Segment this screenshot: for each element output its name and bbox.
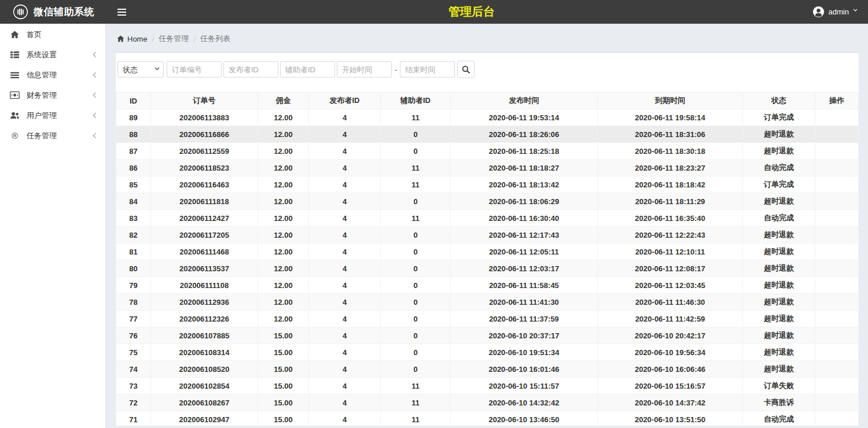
table-cell: 2020-06-11 19:53:14 (451, 109, 598, 126)
table-row: 8420200611181812.00402020-06-11 18:06:29… (116, 193, 859, 210)
table-cell: 订单完成 (743, 109, 815, 126)
table-cell: 4 (309, 294, 381, 311)
table-cell: 12.00 (258, 210, 309, 227)
user-menu[interactable]: admin (812, 0, 858, 24)
chevron-left-icon (93, 92, 97, 98)
table-cell: 2020-06-11 18:11:29 (598, 193, 743, 210)
table-cell: 2020-06-11 12:10:11 (598, 243, 743, 260)
table-cell: 超时退款 (743, 126, 815, 143)
table-cell: 4 (309, 378, 381, 394)
breadcrumb-item[interactable]: Home (117, 35, 148, 43)
table-cell: 4 (309, 143, 381, 160)
page-title: 管理后台 (448, 4, 495, 20)
table-cell: 2020-06-10 14:37:42 (598, 394, 743, 411)
table-cell: 2020-06-10 20:42:17 (598, 327, 743, 344)
table-cell: 4 (309, 277, 381, 294)
sidebar-item-finance[interactable]: 财务管理 (0, 85, 105, 105)
content-area: Home/任务管理/任务列表 状态 - (106, 24, 868, 428)
sidebar-nav: 首页 系统设置 信息管理 财务管理 用户管理 ® 任务管理 (0, 24, 105, 146)
table-cell: 15.00 (258, 378, 309, 394)
table-cell: 2020-06-10 14:32:42 (451, 394, 598, 411)
table-cell: 12.00 (258, 143, 309, 160)
user-circle-icon (812, 6, 825, 18)
table-cell: 2020-06-11 12:17:43 (451, 227, 598, 243)
table-cell: 78 (116, 294, 151, 311)
status-select[interactable]: 状态 (117, 61, 164, 78)
table-cell: 自动完成 (743, 411, 815, 426)
sidebar-item-system[interactable]: 系统设置 (0, 45, 105, 65)
sidebar-item-tasks[interactable]: ® 任务管理 (0, 126, 105, 146)
table-row: 7120200610294715.004112020-06-10 13:46:5… (116, 411, 859, 426)
table-cell: 15.00 (258, 327, 309, 344)
chevron-left-icon (93, 51, 97, 58)
column-header: ID (116, 93, 151, 109)
table-cell: 超时退款 (743, 327, 815, 344)
sidebar: 首页 系统设置 信息管理 财务管理 用户管理 ® 任务管理 (0, 24, 106, 428)
table-cell (815, 378, 859, 394)
sidebar-item-info[interactable]: 信息管理 (0, 65, 105, 85)
table-cell: 0 (381, 243, 451, 260)
table-cell: 超时退款 (743, 361, 815, 378)
table-cell: 0 (381, 143, 451, 160)
helper-id-input[interactable] (280, 61, 335, 78)
table-row: 8120200611146812.00402020-06-11 12:05:11… (116, 243, 859, 260)
money-icon (9, 91, 20, 99)
table-cell: 超时退款 (743, 260, 815, 277)
table-cell: 12.00 (258, 126, 309, 143)
table-cell: 2020-06-11 18:18:42 (598, 176, 743, 193)
sidebar-item-users[interactable]: 用户管理 (0, 105, 105, 126)
table-row: 7720200611232612.00402020-06-11 11:37:59… (116, 311, 859, 327)
table-cell: 4 (309, 311, 381, 327)
table-cell: 2020-06-11 18:13:42 (451, 176, 598, 193)
registered-icon: ® (9, 131, 20, 140)
table-cell: 2020-06-10 16:01:46 (451, 361, 598, 378)
table-cell: 202006112936 (151, 294, 258, 311)
table-cell: 82 (116, 227, 151, 243)
table-cell: 0 (381, 126, 451, 143)
table-cell (815, 394, 859, 411)
start-time-input[interactable] (337, 61, 392, 78)
publisher-id-input[interactable] (223, 61, 278, 78)
table-cell: 2020-06-11 16:35:40 (598, 210, 743, 227)
search-button[interactable] (457, 61, 475, 78)
table-cell: 11 (381, 160, 451, 176)
table-cell: 4 (309, 411, 381, 426)
table-row: 7620200610788515.00402020-06-10 20:37:17… (116, 327, 859, 344)
table-cell: 4 (309, 227, 381, 243)
list-icon (9, 72, 20, 79)
column-header: 发布时间 (451, 93, 598, 109)
sidebar-item-home[interactable]: 首页 (0, 24, 105, 45)
table-cell: 11 (381, 210, 451, 227)
table-cell (815, 109, 859, 126)
order-no-input[interactable] (167, 61, 222, 78)
table-cell: 202006111108 (151, 277, 258, 294)
app-brand[interactable]: 微信辅助系统 (0, 4, 106, 20)
table-cell: 202006112427 (151, 210, 258, 227)
hamburger-icon[interactable] (114, 5, 130, 19)
table-cell: 订单失败 (743, 378, 815, 394)
table-cell: 2020-06-10 19:51:34 (451, 344, 598, 361)
table-header: ID订单号佣金发布者ID辅助者ID发布时间到期时间状态操作 (116, 93, 859, 109)
table-cell: 2020-06-11 16:30:40 (451, 210, 598, 227)
table-cell: 0 (381, 327, 451, 344)
table-cell: 2020-06-11 12:22:43 (598, 227, 743, 243)
chevron-left-icon (93, 132, 97, 139)
table-cell: 2020-06-11 11:42:59 (598, 311, 743, 327)
sidebar-item-label: 财务管理 (27, 90, 57, 101)
table-cell (815, 344, 859, 361)
table-cell: 2020-06-11 12:03:45 (598, 277, 743, 294)
table-cell: 12.00 (258, 277, 309, 294)
breadcrumb-item[interactable]: 任务管理 (159, 34, 189, 44)
table-row: 7520200610831415.00402020-06-10 19:51:34… (116, 344, 859, 361)
table-cell (815, 126, 859, 143)
table-cell: 2020-06-11 18:23:27 (598, 160, 743, 176)
table-cell: 2020-06-10 19:56:34 (598, 344, 743, 361)
table-cell: 4 (309, 344, 381, 361)
sidebar-item-label: 用户管理 (27, 110, 57, 121)
table-cell: 4 (309, 176, 381, 193)
table-cell: 12.00 (258, 109, 309, 126)
th-list-icon (9, 51, 20, 58)
end-time-input[interactable] (400, 61, 455, 78)
column-header: 订单号 (151, 93, 258, 109)
column-header: 辅助者ID (381, 93, 451, 109)
